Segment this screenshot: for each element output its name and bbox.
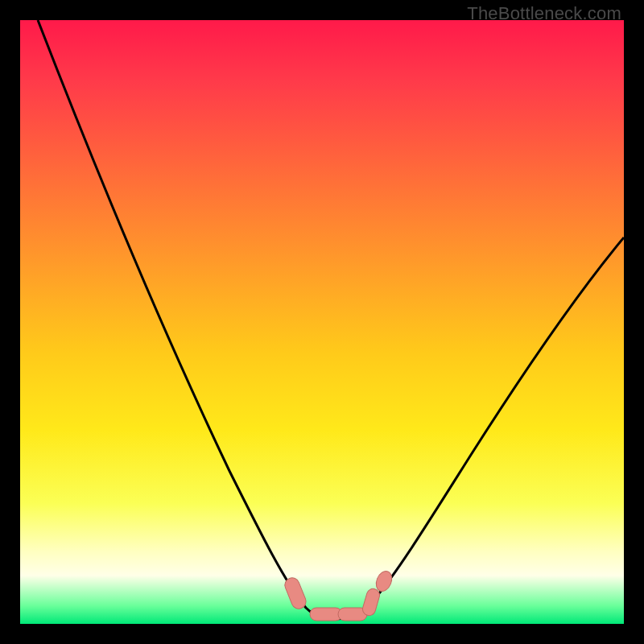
bottleneck-curve-svg — [20, 20, 624, 624]
marker-trough-left — [283, 576, 308, 611]
marker-trough-right — [361, 587, 382, 617]
watermark-text: TheBottleneck.com — [467, 3, 621, 24]
chart-plot-area — [20, 20, 624, 624]
curve-left-branch — [38, 20, 334, 619]
trough-markers — [283, 569, 394, 621]
curve-right-branch — [334, 237, 624, 619]
marker-trough-bottom1 — [310, 608, 342, 621]
